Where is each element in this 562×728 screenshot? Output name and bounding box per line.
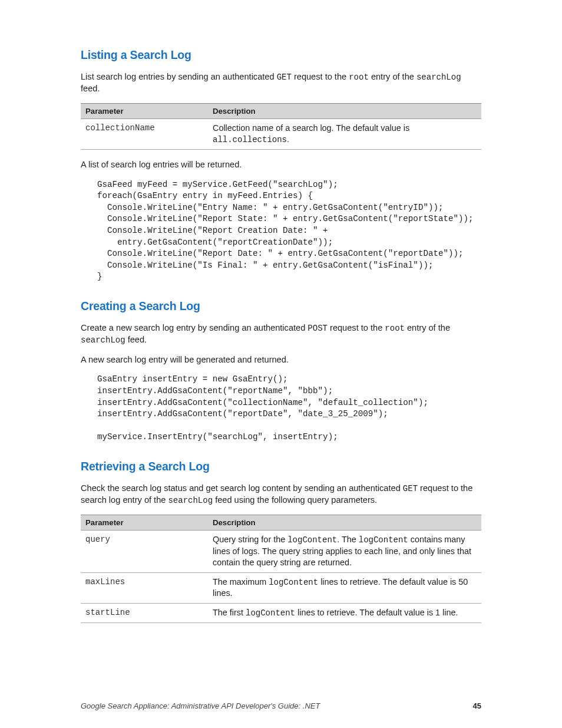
param-name: maxLines xyxy=(81,572,208,603)
param-name: query xyxy=(81,530,208,572)
heading-listing: Listing a Search Log xyxy=(81,48,481,62)
code-listing: GsaFeed myFeed = myService.GetFeed("sear… xyxy=(97,179,481,283)
th-parameter: Parameter xyxy=(81,515,208,530)
param-name: startLine xyxy=(81,603,208,622)
table-listing: Parameter Description collectionName Col… xyxy=(81,103,481,150)
table-row: query Query string for the logContent. T… xyxy=(81,530,481,572)
param-name: collectionName xyxy=(81,118,208,149)
table-row: startLine The first logContent lines to … xyxy=(81,603,481,622)
th-parameter: Parameter xyxy=(81,103,208,118)
code-creating: GsaEntry insertEntry = new GsaEntry(); i… xyxy=(97,374,481,443)
param-desc: Collection name of a search log. The def… xyxy=(208,118,481,149)
section-retrieving: Retrieving a Search Log Check the search… xyxy=(81,460,481,623)
heading-retrieving: Retrieving a Search Log xyxy=(81,460,481,473)
footer-page-number: 45 xyxy=(473,701,481,710)
intro-listing: List search log entries by sending an au… xyxy=(81,71,481,95)
footer: Google Search Appliance: Administrative … xyxy=(81,701,481,710)
th-description: Description xyxy=(208,103,481,118)
heading-creating: Creating a Search Log xyxy=(81,299,481,313)
th-description: Description xyxy=(208,515,481,530)
intro-creating: Create a new search log entry by sending… xyxy=(81,322,481,346)
section-creating: Creating a Search Log Create a new searc… xyxy=(81,299,481,443)
intro-retrieving: Check the search log status and get sear… xyxy=(81,483,481,506)
table-row: maxLines The maximum logContent lines to… xyxy=(81,572,481,603)
param-desc: The first logContent lines to retrieve. … xyxy=(208,603,481,622)
table-retrieving: Parameter Description query Query string… xyxy=(81,515,481,623)
after-table-listing: A list of search log entries will be ret… xyxy=(81,159,481,171)
footer-title: Google Search Appliance: Administrative … xyxy=(81,701,320,710)
param-desc: The maximum logContent lines to retrieve… xyxy=(208,572,481,603)
page: Listing a Search Log List search log ent… xyxy=(0,0,562,728)
section-listing: Listing a Search Log List search log ent… xyxy=(81,48,481,283)
table-row: collectionName Collection name of a sear… xyxy=(81,118,481,149)
param-desc: Query string for the logContent. The log… xyxy=(208,530,481,572)
after-intro-creating: A new search log entry will be generated… xyxy=(81,354,481,366)
